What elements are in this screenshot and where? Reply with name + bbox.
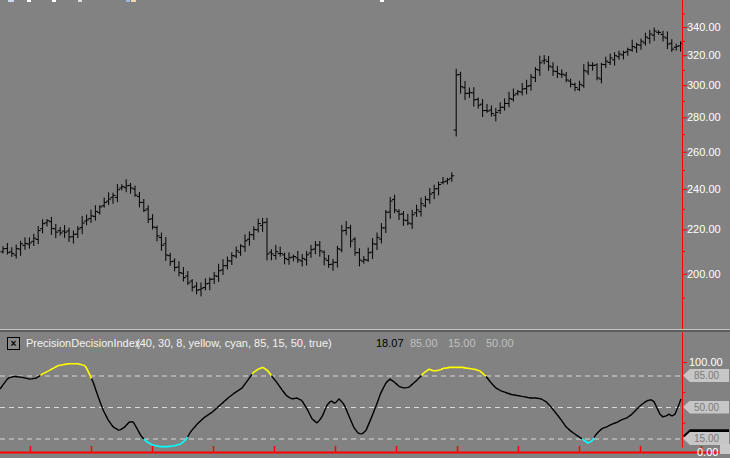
price-axis-label-220: 220.00 [687,223,721,235]
price-axis-label-260: 260.00 [687,146,721,158]
indicator-name[interactable]: PrecisionDecisionIndex [26,337,140,349]
indicator-header: × PrecisionDecisionIndex (40, 30, 8, yel… [0,335,682,353]
top-artifact-speck [126,0,130,2]
indicator-level-50-value: 50.00 [486,337,514,349]
indicator-current-value: 18.07 [376,337,404,349]
price-axis-label-200: 200.00 [687,268,721,280]
top-artifact-speck [27,0,31,2]
indicator-axis-badge-50: 50.00 [683,401,729,414]
indicator-level-85-value: 85.00 [410,337,438,349]
indicator-axis-badge-85: 85.00 [683,369,729,382]
panel-separator[interactable] [0,330,730,332]
price-axis-label-340: 340.00 [687,21,721,33]
top-artifact-speck [8,0,14,2]
indicator-level-15-value: 15.00 [448,337,476,349]
top-artifact-speck [131,0,136,2]
indicator-params: (40, 30, 8, yellow, cyan, 85, 15, 50, tr… [136,337,332,349]
corner-grip [720,444,730,454]
chart-graphics-layer[interactable] [0,0,730,458]
top-artifact-speck [78,0,82,2]
price-axis-label-300: 300.00 [687,79,721,91]
price-axis-label-240: 240.00 [687,183,721,195]
chart-workspace: × PrecisionDecisionIndex (40, 30, 8, yel… [0,0,730,458]
price-axis-label-280: 280.00 [687,111,721,123]
indicator-close-button[interactable]: × [7,337,20,350]
price-axis-label-320: 320.00 [687,49,721,61]
top-artifact-speck [52,0,56,2]
top-artifact-speck [380,0,384,2]
indicator-axis-label-100: 100.00 [689,356,723,368]
indicator-axis-label-0: 0.00 [697,446,718,458]
